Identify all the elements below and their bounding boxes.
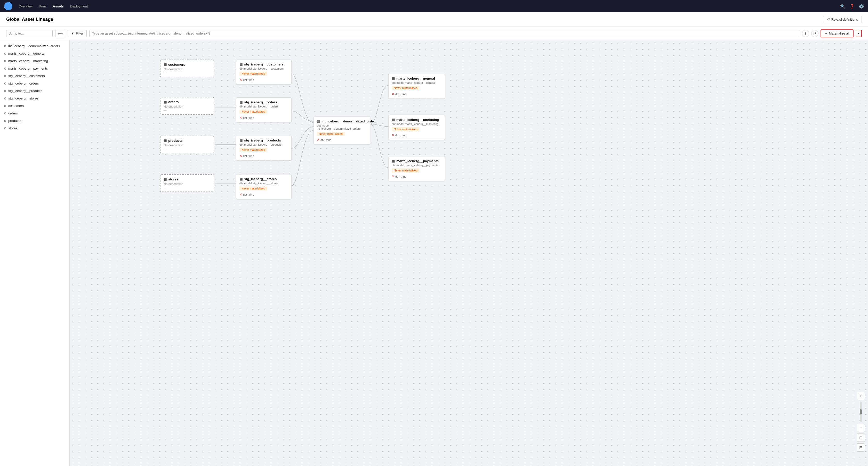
nav-assets[interactable]: Assets xyxy=(53,4,64,8)
dbt-icon: ✕ xyxy=(392,174,395,178)
dbt-tag: ✕dbt xyxy=(392,133,399,137)
source-node-desc: No description xyxy=(163,68,211,71)
model-node-desc: dbt model stg_iceberg__orders xyxy=(240,105,288,108)
never-materialized-badge: Never materialized xyxy=(392,127,420,131)
sidebar-item-stores[interactable]: stores xyxy=(0,125,69,132)
source-node-customers[interactable]: ▦ customers No description — xyxy=(160,60,214,77)
table-icon: ▦ xyxy=(163,63,167,66)
dbt-tag: ✕dbt xyxy=(240,154,247,158)
source-node-stores[interactable]: ▦ stores No description — xyxy=(160,174,214,192)
zoom-thumb[interactable] xyxy=(860,409,862,414)
dbt-icon: ✕ xyxy=(317,138,320,142)
model-node-desc: dbt model stg_iceberg__customers xyxy=(240,67,288,70)
settings-icon[interactable]: ⚙️ xyxy=(859,4,864,9)
sidebar: int_iceberg__denormalized_orders marts_i… xyxy=(0,40,70,466)
toggle-sidebar-button[interactable]: ⟺ xyxy=(55,30,65,37)
dbt-icon: ✕ xyxy=(240,116,242,120)
sidebar-item-marts-marketing[interactable]: marts_iceberg__marketing xyxy=(0,57,69,65)
model-node-mart-general[interactable]: ▦ marts_iceberg__general dbt model marts… xyxy=(388,74,445,99)
source-node-dash: — xyxy=(163,147,211,150)
topnav: Overview Runs Assets Deployment 🔍 ❓ ⚙️ xyxy=(0,0,868,12)
model-icon: ▦ xyxy=(392,76,395,80)
sidebar-dot xyxy=(4,68,6,70)
info-icon[interactable]: ℹ xyxy=(802,30,809,37)
model-icon: ▦ xyxy=(240,138,243,142)
dbt-icon: ✕ xyxy=(392,92,395,96)
source-node-dash: — xyxy=(163,108,211,111)
jump-input[interactable] xyxy=(6,30,53,37)
app-logo xyxy=(4,2,12,10)
trino-tag: trino xyxy=(248,155,254,158)
trino-tag: trino xyxy=(401,93,406,96)
zoom-out-button[interactable]: − xyxy=(857,424,865,432)
sidebar-dot xyxy=(4,112,6,114)
model-node-mart-payments[interactable]: ▦ marts_iceberg__payments dbt model mart… xyxy=(388,156,445,181)
sidebar-item-stg-stores[interactable]: stg_iceberg__stores xyxy=(0,95,69,102)
sidebar-item-products[interactable]: products xyxy=(0,117,69,125)
model-node-desc: dbt model stg_iceberg__stores xyxy=(240,182,288,185)
model-node-desc: dbt model marts_iceberg__payments xyxy=(392,164,442,167)
zoom-in-button[interactable]: + xyxy=(857,392,865,400)
model-node-stg-customers[interactable]: ▦ stg_iceberg__customers dbt model stg_i… xyxy=(236,60,291,85)
zoom-track[interactable] xyxy=(860,402,862,422)
page-header: Global Asset Lineage ↺ Reload definition… xyxy=(0,12,868,27)
sidebar-item-orders[interactable]: orders xyxy=(0,109,69,117)
nav-links: Overview Runs Assets Deployment xyxy=(19,4,88,8)
source-node-products[interactable]: ▦ products No description — xyxy=(160,136,214,153)
dbt-tag: ✕dbt xyxy=(392,174,399,178)
trino-tag: trino xyxy=(248,116,254,119)
table-icon: ▦ xyxy=(163,100,167,104)
lineage-canvas[interactable]: ▦ customers No description — ▦ orders No… xyxy=(70,40,868,466)
main-layout: int_iceberg__denormalized_orders marts_i… xyxy=(0,40,868,466)
filter-icon: ▼ xyxy=(71,31,74,35)
model-icon: ▦ xyxy=(240,100,243,104)
dbt-icon: ✕ xyxy=(392,133,395,137)
source-node-dash: — xyxy=(163,71,211,74)
model-node-int-denormalized[interactable]: ▦ int_iceberg__denormalized_orde... dbt … xyxy=(313,116,370,144)
sidebar-dot xyxy=(4,127,6,129)
sidebar-item-stg-products[interactable]: stg_iceberg__products xyxy=(0,87,69,95)
never-materialized-badge: Never materialized xyxy=(392,86,420,90)
materialize-button[interactable]: ✦ Materialize all xyxy=(820,29,854,37)
svg-point-1 xyxy=(7,5,9,7)
dbt-tag: ✕dbt xyxy=(392,92,399,96)
refresh-icon[interactable]: ↺ xyxy=(811,30,818,37)
materialize-dropdown-button[interactable]: ▾ xyxy=(856,30,862,37)
sidebar-item-stg-customers[interactable]: stg_iceberg__customers xyxy=(0,72,69,80)
sidebar-dot xyxy=(4,45,6,47)
trino-tag: trino xyxy=(248,193,254,196)
dbt-tag: ✕dbt xyxy=(240,78,247,82)
never-materialized-badge: Never materialized xyxy=(240,148,267,152)
model-node-stg-stores[interactable]: ▦ stg_iceberg__stores dbt model stg_iceb… xyxy=(236,174,291,199)
page-title: Global Asset Lineage xyxy=(6,17,53,22)
model-node-mart-marketing[interactable]: ▦ marts_iceberg__marketing dbt model mar… xyxy=(388,115,445,140)
model-node-desc: dbt model marts_iceberg__marketing xyxy=(392,123,442,126)
canvas-content: ▦ customers No description — ▦ orders No… xyxy=(70,40,868,466)
sidebar-item-marts-general[interactable]: marts_iceberg__general xyxy=(0,50,69,57)
filter-button[interactable]: ▼ Filter xyxy=(68,30,87,37)
nav-deployment[interactable]: Deployment xyxy=(70,4,88,8)
never-materialized-badge: Never materialized xyxy=(392,168,420,172)
sidebar-item-customers[interactable]: customers xyxy=(0,102,69,109)
sidebar-dot xyxy=(4,105,6,107)
sidebar-dot xyxy=(4,75,6,77)
sidebar-item-int-denormalized[interactable]: int_iceberg__denormalized_orders xyxy=(0,42,69,50)
model-node-stg-orders[interactable]: ▦ stg_iceberg__orders dbt model stg_iceb… xyxy=(236,97,291,123)
model-node-stg-products[interactable]: ▦ stg_iceberg__products dbt model stg_ic… xyxy=(236,136,291,161)
sidebar-item-stg-orders[interactable]: stg_iceberg__orders xyxy=(0,80,69,87)
graph-layout-button[interactable]: ⊞ xyxy=(857,443,865,452)
dbt-icon: ✕ xyxy=(240,193,242,196)
source-node-desc: No description xyxy=(163,182,211,186)
reload-button[interactable]: ↺ Reload definitions xyxy=(823,16,862,23)
asset-search-input[interactable] xyxy=(89,30,799,37)
fit-view-button[interactable]: ⊡ xyxy=(857,434,865,442)
source-node-orders[interactable]: ▦ orders No description — xyxy=(160,97,214,115)
search-icon[interactable]: 🔍 xyxy=(840,4,845,9)
model-icon: ▦ xyxy=(392,159,395,163)
sidebar-item-marts-payments[interactable]: marts_iceberg__payments xyxy=(0,65,69,72)
nav-runs[interactable]: Runs xyxy=(39,4,46,8)
help-icon[interactable]: ❓ xyxy=(849,4,855,9)
nav-overview[interactable]: Overview xyxy=(19,4,32,8)
trino-tag: trino xyxy=(326,138,331,141)
toolbar-right: ℹ ↺ ✦ Materialize all ▾ xyxy=(802,29,862,37)
